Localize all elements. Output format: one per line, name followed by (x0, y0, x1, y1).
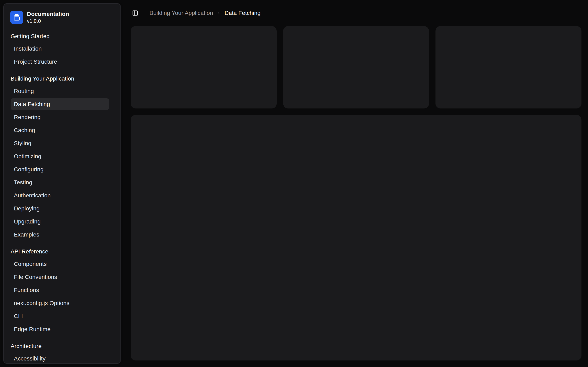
panel-left-icon (132, 10, 138, 16)
sidebar-item-testing[interactable]: Testing (11, 176, 109, 188)
breadcrumb: Building Your Application Data Fetching (149, 10, 261, 16)
sidebar-item-routing[interactable]: Routing (11, 85, 109, 97)
nav-group-getting-started: Getting Started Installation Project Str… (4, 30, 121, 72)
separator (143, 10, 143, 16)
sidebar-item-deploying[interactable]: Deploying (11, 203, 109, 215)
breadcrumb-current: Data Fetching (225, 10, 261, 16)
sidebar-item-project-structure[interactable]: Project Structure (11, 56, 109, 68)
nav-menu: Components File Conventions Functions ne… (11, 258, 109, 335)
sidebar-org-button[interactable]: Documentation v1.0.0 (7, 7, 117, 28)
sidebar-item-authentication[interactable]: Authentication (11, 190, 109, 201)
sidebar-nav: Getting Started Installation Project Str… (4, 28, 121, 364)
nav-menu: Installation Project Structure (11, 43, 109, 68)
sidebar-item-rendering[interactable]: Rendering (11, 111, 109, 123)
sidebar-version: v1.0.0 (27, 18, 69, 24)
nav-group-building-your-application: Building Your Application Routing Data F… (4, 72, 121, 245)
sidebar-item-functions[interactable]: Functions (11, 284, 109, 296)
main-content: Building Your Application Data Fetching (124, 0, 588, 367)
breadcrumb-link-building-your-application[interactable]: Building Your Application (149, 10, 213, 16)
sidebar-item-configuring[interactable]: Configuring (11, 164, 109, 175)
sidebar-item-optimizing[interactable]: Optimizing (11, 150, 109, 162)
placeholder-card (283, 26, 429, 108)
sidebar-item-file-conventions[interactable]: File Conventions (11, 271, 109, 283)
nav-group-api-reference: API Reference Components File Convention… (4, 245, 121, 340)
sidebar-item-accessibility[interactable]: Accessibility (11, 353, 109, 364)
nav-group-label: Architecture (11, 343, 109, 350)
sidebar-item-components[interactable]: Components (11, 258, 109, 270)
placeholder-card (435, 26, 581, 108)
sidebar-org-text: Documentation v1.0.0 (27, 11, 69, 24)
nav-group-label: API Reference (11, 248, 109, 255)
sidebar-item-cli[interactable]: CLI (11, 310, 109, 322)
sidebar-item-edge-runtime[interactable]: Edge Runtime (11, 323, 109, 335)
app-root: Documentation v1.0.0 Getting Started Ins… (0, 0, 588, 367)
sidebar-item-data-fetching[interactable]: Data Fetching (11, 98, 109, 110)
sidebar-item-styling[interactable]: Styling (11, 137, 109, 149)
content-placeholder (131, 115, 581, 360)
sidebar-item-examples[interactable]: Examples (11, 229, 109, 241)
nav-group-architecture: Architecture Accessibility (4, 340, 121, 364)
sidebar-item-caching[interactable]: Caching (11, 124, 109, 136)
sidebar: Documentation v1.0.0 Getting Started Ins… (3, 3, 121, 364)
nav-group-label: Getting Started (11, 33, 109, 40)
placeholder-card-row (124, 26, 588, 108)
nav-menu: Accessibility (11, 353, 109, 364)
sidebar-toggle-button[interactable] (130, 7, 141, 19)
nav-menu: Routing Data Fetching Rendering Caching … (11, 85, 109, 241)
sidebar-item-upgrading[interactable]: Upgrading (11, 216, 109, 227)
sidebar-item-next-config-js-options[interactable]: next.config.js Options (11, 297, 109, 309)
sidebar-item-installation[interactable]: Installation (11, 43, 109, 55)
chevron-right-icon (217, 11, 221, 15)
gallery-vertical-end-icon (10, 11, 23, 24)
nav-group-label: Building Your Application (11, 75, 109, 82)
placeholder-card (131, 26, 277, 108)
topbar: Building Your Application Data Fetching (124, 0, 588, 26)
sidebar-title: Documentation (27, 11, 69, 17)
sidebar-header: Documentation v1.0.0 (4, 4, 121, 28)
